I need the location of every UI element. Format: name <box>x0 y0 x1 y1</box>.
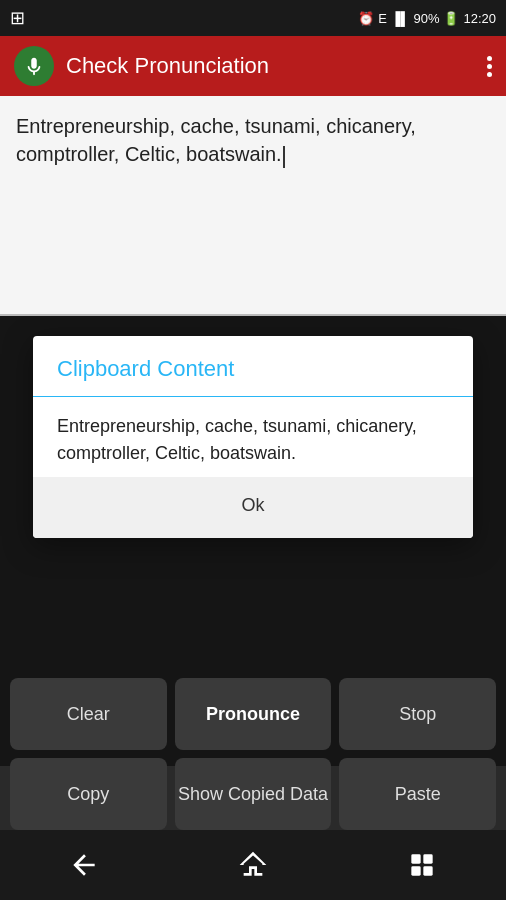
button-row-1: Clear Pronounce Stop <box>10 678 496 750</box>
signal-bars-icon: ▐▌ <box>391 11 409 26</box>
dialog-title-area: Clipboard Content <box>33 336 473 397</box>
dialog-backdrop: Clipboard Content Entrepreneurship, cach… <box>0 316 506 558</box>
battery-icon: 🔋 <box>443 11 459 26</box>
main-content-area: Entrepreneurship, cache, tsunami, chican… <box>0 96 506 316</box>
mic-icon <box>14 46 54 86</box>
grid-icon: ⊞ <box>10 7 24 29</box>
dialog-footer: Ok <box>33 477 473 538</box>
svg-rect-1 <box>423 854 432 863</box>
signal-label: E <box>378 11 387 26</box>
home-button[interactable] <box>237 849 269 881</box>
clear-button[interactable]: Clear <box>10 678 167 750</box>
text-cursor <box>283 146 285 168</box>
time-label: 12:20 <box>463 11 496 26</box>
back-icon <box>68 849 100 881</box>
pronounce-button[interactable]: Pronounce <box>175 678 332 750</box>
show-copied-data-button[interactable]: Show Copied Data <box>175 758 332 830</box>
svg-rect-2 <box>411 866 420 875</box>
ok-button[interactable]: Ok <box>217 487 288 524</box>
recents-icon <box>406 849 438 881</box>
status-right: ⏰ E ▐▌ 90% 🔋 12:20 <box>358 11 496 26</box>
more-options-button[interactable] <box>487 56 492 77</box>
battery-label: 90% <box>413 11 439 26</box>
clipboard-dialog: Clipboard Content Entrepreneurship, cach… <box>33 336 473 538</box>
app-title: Check Pronunciation <box>66 53 269 79</box>
app-bar-left: Check Pronunciation <box>14 46 269 86</box>
svg-rect-3 <box>423 866 432 875</box>
alarm-icon: ⏰ <box>358 11 374 26</box>
back-button[interactable] <box>68 849 100 881</box>
nav-bar <box>0 830 506 900</box>
status-left: ⊞ <box>10 7 24 29</box>
copy-button[interactable]: Copy <box>10 758 167 830</box>
dialog-body: Entrepreneurship, cache, tsunami, chican… <box>33 397 473 477</box>
mic-svg <box>23 55 45 77</box>
home-icon <box>237 849 269 881</box>
status-bar: ⊞ ⏰ E ▐▌ 90% 🔋 12:20 <box>0 0 506 36</box>
dialog-content: Entrepreneurship, cache, tsunami, chican… <box>57 416 417 463</box>
main-text: Entrepreneurship, cache, tsunami, chican… <box>16 115 416 165</box>
buttons-area: Clear Pronounce Stop Copy Show Copied Da… <box>0 678 506 830</box>
dialog-title: Clipboard Content <box>57 356 234 381</box>
app-bar: Check Pronunciation <box>0 36 506 96</box>
recents-button[interactable] <box>406 849 438 881</box>
button-row-2: Copy Show Copied Data Paste <box>10 758 496 830</box>
paste-button[interactable]: Paste <box>339 758 496 830</box>
svg-rect-0 <box>411 854 420 863</box>
stop-button[interactable]: Stop <box>339 678 496 750</box>
